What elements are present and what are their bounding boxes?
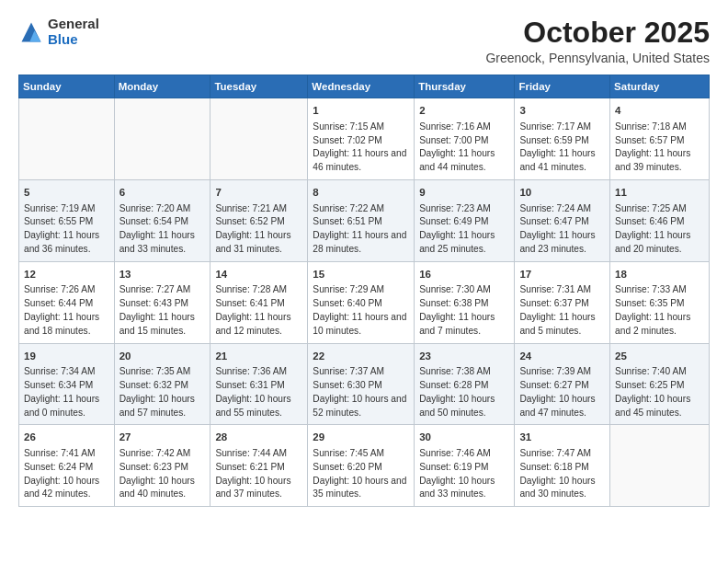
sunrise-text: Sunrise: 7:31 AM bbox=[519, 284, 591, 294]
sunset-text: Sunset: 6:54 PM bbox=[119, 216, 188, 226]
sunset-text: Sunset: 6:27 PM bbox=[519, 380, 588, 390]
daylight-text: Daylight: 11 hours and 41 minutes. bbox=[519, 148, 595, 172]
daylight-text: Daylight: 11 hours and 25 minutes. bbox=[419, 230, 495, 254]
sunset-text: Sunset: 6:49 PM bbox=[419, 216, 488, 226]
sunset-text: Sunset: 6:47 PM bbox=[519, 216, 588, 226]
calendar-cell: 13Sunrise: 7:27 AMSunset: 6:43 PMDayligh… bbox=[114, 261, 210, 343]
calendar-title: October 2025 bbox=[485, 17, 710, 49]
col-tuesday: Tuesday bbox=[210, 75, 308, 98]
sunrise-text: Sunrise: 7:17 AM bbox=[519, 121, 591, 132]
day-number: 19 bbox=[24, 349, 109, 364]
calendar-week-row: 5Sunrise: 7:19 AMSunset: 6:55 PMDaylight… bbox=[19, 179, 710, 261]
calendar-header-row: Sunday Monday Tuesday Wednesday Thursday… bbox=[19, 75, 710, 98]
sunrise-text: Sunrise: 7:35 AM bbox=[119, 366, 191, 376]
day-number: 11 bbox=[615, 185, 704, 201]
sunrise-text: Sunrise: 7:30 AM bbox=[419, 284, 491, 294]
sunrise-text: Sunrise: 7:27 AM bbox=[119, 284, 191, 294]
col-monday: Monday bbox=[114, 75, 210, 98]
daylight-text: Daylight: 11 hours and 5 minutes. bbox=[519, 312, 595, 336]
day-number: 17 bbox=[519, 267, 605, 282]
calendar-cell: 10Sunrise: 7:24 AMSunset: 6:47 PMDayligh… bbox=[515, 179, 610, 261]
calendar-cell: 11Sunrise: 7:25 AMSunset: 6:46 PMDayligh… bbox=[610, 179, 710, 261]
day-number: 13 bbox=[119, 267, 206, 282]
sunset-text: Sunset: 6:34 PM bbox=[24, 380, 93, 390]
sunset-text: Sunset: 6:40 PM bbox=[313, 298, 381, 308]
sunrise-text: Sunrise: 7:38 AM bbox=[419, 366, 491, 376]
sunset-text: Sunset: 6:18 PM bbox=[519, 462, 588, 472]
day-number: 30 bbox=[419, 430, 509, 445]
calendar-cell: 31Sunrise: 7:47 AMSunset: 6:18 PMDayligh… bbox=[515, 425, 610, 507]
day-number: 2 bbox=[419, 103, 509, 119]
sunrise-text: Sunrise: 7:39 AM bbox=[519, 366, 591, 376]
calendar-table: Sunday Monday Tuesday Wednesday Thursday… bbox=[18, 75, 710, 507]
day-number: 28 bbox=[215, 430, 302, 445]
day-number: 14 bbox=[215, 267, 302, 282]
sunset-text: Sunset: 6:20 PM bbox=[313, 462, 381, 472]
day-number: 16 bbox=[419, 267, 509, 282]
sunrise-text: Sunrise: 7:41 AM bbox=[24, 448, 96, 458]
sunrise-text: Sunrise: 7:25 AM bbox=[615, 203, 687, 213]
col-friday: Friday bbox=[515, 75, 610, 98]
daylight-text: Daylight: 11 hours and 44 minutes. bbox=[419, 148, 495, 172]
daylight-text: Daylight: 10 hours and 35 minutes. bbox=[313, 476, 406, 500]
daylight-text: Daylight: 11 hours and 7 minutes. bbox=[419, 312, 495, 336]
calendar-cell: 21Sunrise: 7:36 AMSunset: 6:31 PMDayligh… bbox=[210, 343, 308, 425]
sunset-text: Sunset: 6:28 PM bbox=[419, 380, 488, 390]
page: General Blue October 2025 Greenock, Penn… bbox=[0, 0, 728, 563]
calendar-cell: 17Sunrise: 7:31 AMSunset: 6:37 PMDayligh… bbox=[515, 261, 610, 343]
day-number: 1 bbox=[313, 103, 409, 119]
sunrise-text: Sunrise: 7:33 AM bbox=[615, 284, 687, 294]
day-number: 26 bbox=[24, 430, 109, 445]
logo-general-text: General bbox=[48, 17, 99, 32]
sunset-text: Sunset: 6:19 PM bbox=[419, 462, 488, 472]
daylight-text: Daylight: 10 hours and 55 minutes. bbox=[215, 394, 290, 418]
sunset-text: Sunset: 6:44 PM bbox=[24, 298, 93, 308]
sunset-text: Sunset: 6:51 PM bbox=[313, 216, 381, 226]
sunset-text: Sunset: 6:31 PM bbox=[215, 380, 284, 390]
sunset-text: Sunset: 6:43 PM bbox=[119, 298, 188, 308]
day-number: 12 bbox=[24, 267, 109, 282]
calendar-cell: 15Sunrise: 7:29 AMSunset: 6:40 PMDayligh… bbox=[308, 261, 415, 343]
sunrise-text: Sunrise: 7:40 AM bbox=[615, 366, 687, 376]
day-number: 21 bbox=[215, 349, 302, 364]
calendar-cell: 7Sunrise: 7:21 AMSunset: 6:52 PMDaylight… bbox=[210, 179, 308, 261]
day-number: 10 bbox=[519, 185, 605, 201]
day-number: 23 bbox=[419, 349, 509, 364]
calendar-cell: 12Sunrise: 7:26 AMSunset: 6:44 PMDayligh… bbox=[19, 261, 115, 343]
calendar-cell: 2Sunrise: 7:16 AMSunset: 7:00 PMDaylight… bbox=[415, 98, 515, 180]
daylight-text: Daylight: 10 hours and 45 minutes. bbox=[615, 394, 690, 418]
daylight-text: Daylight: 10 hours and 42 minutes. bbox=[24, 476, 99, 500]
sunset-text: Sunset: 6:55 PM bbox=[24, 216, 93, 226]
sunset-text: Sunset: 7:00 PM bbox=[419, 135, 488, 145]
calendar-cell bbox=[114, 98, 210, 180]
calendar-cell: 16Sunrise: 7:30 AMSunset: 6:38 PMDayligh… bbox=[415, 261, 515, 343]
sunset-text: Sunset: 6:32 PM bbox=[119, 380, 188, 390]
day-number: 9 bbox=[419, 185, 509, 201]
day-number: 24 bbox=[519, 349, 605, 364]
calendar-cell: 29Sunrise: 7:45 AMSunset: 6:20 PMDayligh… bbox=[308, 425, 415, 507]
sunrise-text: Sunrise: 7:44 AM bbox=[215, 448, 287, 458]
sunrise-text: Sunrise: 7:18 AM bbox=[615, 121, 687, 132]
daylight-text: Daylight: 11 hours and 18 minutes. bbox=[24, 312, 99, 336]
sunset-text: Sunset: 6:38 PM bbox=[419, 298, 488, 308]
sunrise-text: Sunrise: 7:37 AM bbox=[313, 366, 384, 376]
logo: General Blue bbox=[18, 17, 99, 47]
sunrise-text: Sunrise: 7:36 AM bbox=[215, 366, 287, 376]
col-thursday: Thursday bbox=[415, 75, 515, 98]
daylight-text: Daylight: 10 hours and 30 minutes. bbox=[519, 476, 595, 500]
calendar-cell bbox=[210, 98, 308, 180]
logo-icon bbox=[18, 19, 44, 45]
sunset-text: Sunset: 6:23 PM bbox=[119, 462, 188, 472]
daylight-text: Daylight: 10 hours and 47 minutes. bbox=[519, 394, 595, 418]
day-number: 15 bbox=[313, 267, 409, 282]
col-saturday: Saturday bbox=[610, 75, 710, 98]
daylight-text: Daylight: 11 hours and 31 minutes. bbox=[215, 230, 290, 254]
daylight-text: Daylight: 11 hours and 20 minutes. bbox=[615, 230, 690, 254]
sunrise-text: Sunrise: 7:28 AM bbox=[215, 284, 287, 294]
calendar-subtitle: Greenock, Pennsylvania, United States bbox=[485, 51, 710, 65]
daylight-text: Daylight: 10 hours and 33 minutes. bbox=[419, 476, 495, 500]
sunset-text: Sunset: 6:24 PM bbox=[24, 462, 93, 472]
daylight-text: Daylight: 10 hours and 52 minutes. bbox=[313, 394, 406, 418]
calendar-cell: 22Sunrise: 7:37 AMSunset: 6:30 PMDayligh… bbox=[308, 343, 415, 425]
day-number: 8 bbox=[313, 185, 409, 201]
